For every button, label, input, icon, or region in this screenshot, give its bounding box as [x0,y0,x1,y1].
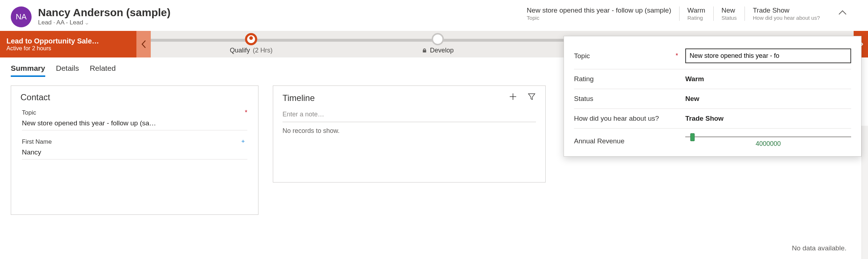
record-subtitle[interactable]: Lead · AA - Lead ⌵ [38,19,225,26]
title-block: Nancy Anderson (sample) Lead · AA - Lead… [38,6,225,26]
field-topic[interactable]: Topic * New store opened this year - fol… [20,109,249,130]
bpf-process-name: Lead to Opportunity Sale… [6,37,130,45]
header-field-label: Rating [687,15,705,21]
chevron-down-icon[interactable]: ⌵ [85,20,88,26]
record-subtitle-text: Lead · AA - Lead [38,19,83,26]
chevron-left-icon [141,40,146,48]
timeline-empty-text: No records to show. [283,122,536,140]
flyout-value[interactable]: Warm [685,75,851,83]
flyout-label-text: Rating [574,75,678,83]
add-timeline-button[interactable] [509,92,517,103]
no-data-text: No data available. [792,244,846,252]
header-field-value: Warm [687,6,705,14]
flyout-field-topic: Topic * [574,43,851,69]
header-field-label: Status [722,15,737,21]
section-heading: Timeline [283,93,315,103]
bpf-stage-dot-active [245,33,257,45]
bpf-active-duration: Active for 2 hours [6,45,130,52]
header-field-status[interactable]: New Status [713,6,745,21]
flyout-label-text: Topic [574,52,590,60]
header-flyout: Topic * Rating Warm Status New How did y… [564,36,862,157]
flyout-label-text: Status [574,95,678,103]
collapse-header-button[interactable] [828,6,857,17]
filter-icon [527,92,536,101]
bpf-stage-name: Develop [430,47,454,54]
scrollbar[interactable] [862,126,868,259]
slider-track[interactable] [685,137,851,137]
revenue-value: 4000000 [756,140,781,148]
plus-icon [509,92,517,101]
bpf-stage-qualify[interactable]: Qualify (2 Hrs) [230,31,272,54]
header-field-rating[interactable]: Warm Rating [679,6,713,21]
header-fields: New store opened this year - follow up (… [527,6,857,21]
field-value[interactable]: New store opened this year - follow up (… [22,119,247,130]
lock-icon: 🔒︎ [422,47,427,54]
header-field-value: New [722,6,737,14]
flyout-field-status[interactable]: Status New [574,89,851,109]
filter-timeline-button[interactable] [527,92,536,103]
flyout-topic-input[interactable] [685,48,851,63]
contact-section: Contact Topic * New store opened this ye… [11,85,258,215]
timeline-section: Timeline Enter a note… No records to sho… [273,85,546,182]
header-field-value: Trade Show [753,6,820,14]
section-heading: Contact [20,92,249,102]
flyout-value[interactable]: Trade Show [685,115,851,122]
header-field-label: How did you hear about us? [753,15,820,21]
required-indicator: * [245,109,247,116]
flyout-field-revenue[interactable]: Annual Revenue 4000000 [574,129,851,153]
field-first-name[interactable]: First Name ﹢ Nancy [20,138,249,159]
tab-details[interactable]: Details [56,64,79,77]
flyout-label-text: Annual Revenue [574,137,678,145]
bpf-stage-develop[interactable]: 🔒︎ Develop [422,31,454,54]
record-header: NA Nancy Anderson (sample) Lead · AA - L… [0,0,868,31]
timeline-note-input[interactable]: Enter a note… [283,103,536,122]
flyout-value[interactable]: New [685,95,851,103]
slider-thumb[interactable] [690,133,695,141]
flyout-label-text: How did you hear about us? [574,115,678,122]
field-label-text: Topic [22,109,36,116]
header-field-value: New store opened this year - follow up (… [527,6,671,14]
header-field-label: Topic [527,15,671,21]
bpf-stage-name: Qualify [230,47,250,54]
flyout-field-rating[interactable]: Rating Warm [574,69,851,89]
tab-summary[interactable]: Summary [11,64,45,77]
flyout-field-source[interactable]: How did you hear about us? Trade Show [574,109,851,129]
avatar: NA [11,6,32,27]
revenue-slider[interactable]: 4000000 [685,134,851,148]
bpf-stage-dot [431,33,444,45]
required-indicator: * [676,52,678,60]
header-field-source[interactable]: Trade Show How did you hear about us? [745,6,828,21]
bpf-process-label[interactable]: Lead to Opportunity Sale… Active for 2 h… [0,31,136,57]
bpf-prev-button[interactable] [136,31,151,57]
recommended-indicator: ﹢ [239,139,247,143]
header-field-topic[interactable]: New store opened this year - follow up (… [527,6,679,21]
bpf-stage-duration: (2 Hrs) [253,47,272,54]
field-value[interactable]: Nancy [22,148,247,159]
record-title: Nancy Anderson (sample) [38,6,225,18]
tab-related[interactable]: Related [90,64,116,77]
field-label-text: First Name [22,138,52,145]
chevron-up-icon [839,10,846,15]
